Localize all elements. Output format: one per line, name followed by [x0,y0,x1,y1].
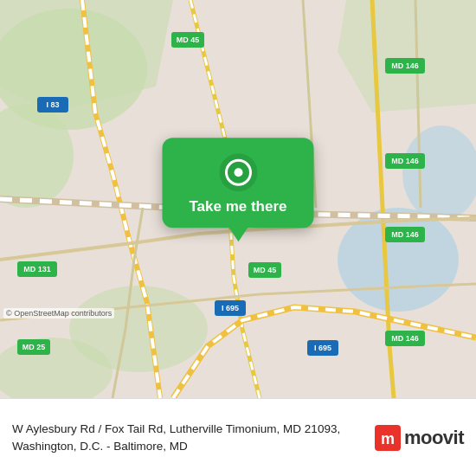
moovit-icon: m [375,425,401,451]
svg-text:MD 25: MD 25 [23,343,46,351]
map-container: I 83 MD 45 MD 45 MD 45 MD 146 MD 146 MD … [0,0,476,398]
address-line: W Aylesbury Rd / Fox Tail Rd, Luthervill… [12,422,340,453]
svg-point-35 [234,168,242,177]
svg-text:MD 131: MD 131 [23,265,51,273]
svg-text:MD 45: MD 45 [177,35,200,44]
svg-text:MD 146: MD 146 [391,334,419,343]
location-pin-icon [219,153,257,191]
info-bar: W Aylesbury Rd / Fox Tail Rd, Luthervill… [0,398,476,476]
svg-text:m: m [381,430,395,447]
svg-text:I 695: I 695 [314,344,331,352]
popup-card: Take me there [163,138,314,228]
svg-text:I 83: I 83 [46,100,59,109]
svg-text:MD 146: MD 146 [391,157,419,165]
svg-text:I 695: I 695 [222,304,239,312]
svg-text:MD 146: MD 146 [391,230,419,239]
moovit-brand-name: moovit [404,427,464,449]
address-text: W Aylesbury Rd / Fox Tail Rd, Luthervill… [12,421,366,455]
take-me-there-button[interactable]: Take me there [189,198,286,215]
svg-text:MD 45: MD 45 [254,266,277,274]
map-attribution: © OpenStreetMap contributors [3,308,114,318]
svg-text:MD 146: MD 146 [391,61,419,70]
moovit-logo: m moovit [375,425,464,451]
